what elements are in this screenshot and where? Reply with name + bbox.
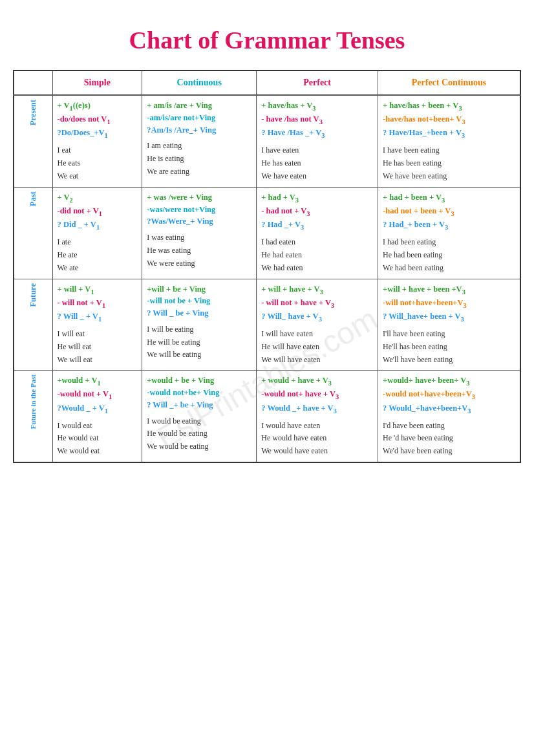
cell-future-simple: + will + V1- will not + V1? Will _ + V1I… — [52, 279, 142, 371]
cell-future-continuous: +will + be + Ving-will not be + Ving? Wi… — [142, 279, 257, 371]
header-continuous: Continuous — [142, 70, 257, 95]
row-label-present: Present — [14, 95, 52, 187]
cell-present-simple: + V1((e)s)-do/does not V1?Do/Does_+V1I e… — [52, 95, 142, 187]
cell-past-continuous: + was /were + Ving-was/were not+Ving?Was… — [142, 187, 257, 279]
header-empty — [14, 70, 52, 95]
cell-past-perfect-continuous: + had + been + V3-had not + been + V3? H… — [378, 187, 520, 279]
cell-past-perfect: + had + V3- had not + V3? Had _+ V3I had… — [257, 187, 378, 279]
page-title: Chart of Grammar Tenses — [13, 26, 521, 54]
cell-present-perfect-continuous: + have/has + been + V3-have/has not+been… — [378, 95, 520, 187]
row-label-past: Past — [14, 187, 52, 279]
cell-future_in_the_past-simple: +would + V1-would not + V1?Would _ + V1I… — [52, 371, 142, 462]
row-label-future-in-the-past: Future in the Past — [14, 371, 52, 462]
header-simple: Simple — [52, 70, 142, 95]
cell-past-simple: + V2-did not + V1? Did _ + V1I ate He at… — [52, 187, 142, 279]
cell-future_in_the_past-continuous: +would + be + Ving-would not+be+ Ving? W… — [142, 371, 257, 462]
cell-present-continuous: + am/is /are + Ving-am/is/are not+Ving?A… — [142, 95, 257, 187]
header-perfect-continuous: Perfect Continuous — [378, 70, 520, 95]
cell-future-perfect-continuous: +will + have + been +V3-will not+have+be… — [378, 279, 520, 371]
cell-future_in_the_past-perfect-continuous: +would+ have+ been+ V3-would not+have+be… — [378, 371, 520, 462]
grammar-tenses-table: Simple Continuous Perfect Perfect Contin… — [13, 70, 521, 463]
cell-future-perfect: + will + have + V3- will not + have + V3… — [257, 279, 378, 371]
cell-present-perfect: + have/has + V3- have /has not V3? Have … — [257, 95, 378, 187]
row-label-future: Future — [14, 279, 52, 371]
cell-future_in_the_past-perfect: + would + have + V3-would not+ have + V3… — [257, 371, 378, 462]
header-perfect: Perfect — [257, 70, 378, 95]
